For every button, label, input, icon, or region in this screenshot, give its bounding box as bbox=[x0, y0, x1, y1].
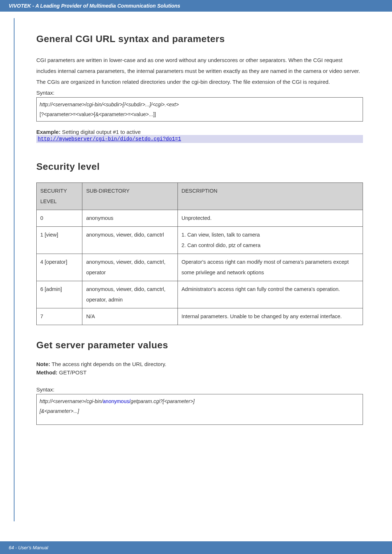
cell-sub: anonymous bbox=[82, 210, 178, 227]
cell-sub: anonymous, viewer, dido, camctrl, operat… bbox=[82, 254, 178, 281]
section3-syntax-box: http://<servername>/cgi-bin/anonymous/ge… bbox=[36, 394, 363, 425]
section1-example-url[interactable]: http://mywebserver/cgi-bin/dido/setdo.cg… bbox=[36, 135, 363, 143]
cell-desc: Operator's access right can modify most … bbox=[177, 254, 363, 281]
cell-level: 7 bbox=[37, 308, 82, 325]
page-content: General CGI URL syntax and parameters CG… bbox=[0, 12, 392, 425]
col-security-level: SECURITY LEVEL bbox=[37, 183, 82, 210]
security-level-table: SECURITY LEVEL SUB-DIRECTORY DESCRIPTION… bbox=[36, 182, 363, 325]
section1-syntax-label: Syntax: bbox=[36, 90, 363, 96]
table-header-row: SECURITY LEVEL SUB-DIRECTORY DESCRIPTION bbox=[37, 183, 363, 210]
col-sub-directory: SUB-DIRECTORY bbox=[82, 183, 178, 210]
anonymous-link[interactable]: anonymous/ bbox=[103, 398, 130, 404]
section3-syntax-label: Syntax: bbox=[36, 386, 363, 393]
cell-desc: Administrator's access right can fully c… bbox=[177, 281, 363, 308]
example-bold: Example: bbox=[36, 129, 61, 135]
page-footer: 64 - User's Manual bbox=[0, 541, 392, 554]
section3-method: Method: GET/POST bbox=[36, 369, 363, 376]
section1-syntax-box: http://<servername>/cgi-bin/<subdir>[/<s… bbox=[36, 97, 363, 122]
method-rest: GET/POST bbox=[57, 369, 86, 376]
footer-text: 64 - User's Manual bbox=[9, 545, 48, 550]
table-row: 7 N/A Internal parameters. Unable to be … bbox=[37, 308, 363, 325]
section3-heading: Get server parameter values bbox=[36, 340, 363, 351]
note-rest: The access right depends on the URL dire… bbox=[50, 361, 166, 367]
section2-heading: Security level bbox=[36, 161, 363, 172]
cell-level: 1 [view] bbox=[37, 227, 82, 254]
page-header: VIVOTEK - A Leading Provider of Multimed… bbox=[0, 0, 392, 12]
cell-desc: Unprotected. bbox=[177, 210, 363, 227]
table-row: 6 [admin] anonymous, viewer, dido, camct… bbox=[37, 281, 363, 308]
cell-sub: anonymous, viewer, dido, camctrl bbox=[82, 227, 178, 254]
method-bold: Method: bbox=[36, 369, 57, 376]
cell-level: 0 bbox=[37, 210, 82, 227]
cell-sub: N/A bbox=[82, 308, 178, 325]
cell-level: 6 [admin] bbox=[37, 281, 82, 308]
syntax3-line2: [&<parameter>...] bbox=[40, 406, 360, 416]
cell-desc: 1. Can view, listen, talk to camera 2. C… bbox=[177, 227, 363, 254]
cell-desc: Internal parameters. Unable to be change… bbox=[177, 308, 363, 325]
syntax-line-2: [?<parameter>=<value>[&<parameter>=<valu… bbox=[40, 110, 360, 119]
section1-heading: General CGI URL syntax and parameters bbox=[36, 33, 363, 45]
col-description: DESCRIPTION bbox=[177, 183, 363, 210]
example-rest: Setting digital output #1 to active bbox=[61, 129, 141, 135]
section3-note: Note: The access right depends on the UR… bbox=[36, 361, 363, 367]
syntax-line-1: http://<servername>/cgi-bin/<subdir>[/<s… bbox=[40, 100, 360, 110]
section1-paragraph: CGI parameters are written in lower-case… bbox=[36, 55, 363, 87]
syntax3-line1: http://<servername>/cgi-bin/anonymous/ge… bbox=[40, 397, 360, 406]
section1-example-label: Example: Setting digital output #1 to ac… bbox=[36, 129, 363, 135]
table-row: 0 anonymous Unprotected. bbox=[37, 210, 363, 227]
table-row: 4 [operator] anonymous, viewer, dido, ca… bbox=[37, 254, 363, 281]
cell-sub: anonymous, viewer, dido, camctrl, operat… bbox=[82, 281, 178, 308]
note-bold: Note: bbox=[36, 361, 50, 367]
header-title: VIVOTEK - A Leading Provider of Multimed… bbox=[9, 3, 180, 9]
table-row: 1 [view] anonymous, viewer, dido, camctr… bbox=[37, 227, 363, 254]
cell-level: 4 [operator] bbox=[37, 254, 82, 281]
left-vertical-rule bbox=[14, 18, 15, 521]
